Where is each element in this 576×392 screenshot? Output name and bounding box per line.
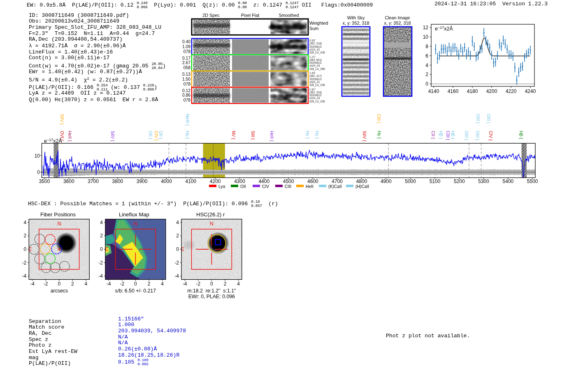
svg-text:-2: -2: [196, 281, 200, 287]
svg-text:3600: 3600: [63, 179, 74, 184]
svg-text:10: 10: [423, 34, 429, 40]
svg-text:(H)CaII: (H)CaII: [355, 184, 369, 189]
svg-text:5000: 5000: [405, 179, 416, 184]
svg-text:-4: -4: [107, 281, 111, 287]
svg-text:N: N: [134, 221, 137, 227]
svg-text:4: 4: [85, 281, 88, 287]
svg-text:4000: 4000: [161, 179, 172, 184]
svg-text:NeIII {: NeIII {: [185, 114, 190, 126]
svg-text:OII: OII: [240, 184, 246, 189]
svg-text:5100: 5100: [430, 179, 441, 184]
svg-text:4220: 4220: [506, 88, 517, 94]
svg-text:4700: 4700: [332, 179, 343, 184]
svg-text:s/b: 6.50 +/- 0.217: s/b: 6.50 +/- 0.217: [115, 288, 156, 294]
svg-text:5200: 5200: [454, 179, 465, 184]
svg-text:SiIV {: SiIV {: [110, 131, 115, 141]
svg-text:Hγ {: Hγ {: [305, 131, 310, 139]
svg-text:CIV {: CIV {: [488, 131, 493, 141]
svg-text:4: 4: [425, 63, 428, 68]
svg-text:4: 4: [176, 220, 179, 225]
svg-text:-2: -2: [98, 260, 103, 266]
svg-text:CIII (: CIII (: [376, 114, 381, 123]
svg-text:-2: -2: [44, 281, 48, 287]
svg-text:10: 10: [35, 153, 40, 159]
svg-text:N: N: [210, 221, 214, 227]
svg-text:4160: 4160: [448, 88, 459, 94]
svg-text:-2: -2: [174, 260, 179, 266]
svg-text:3700: 3700: [88, 179, 99, 184]
svg-text:CIII: CIII: [285, 184, 291, 189]
svg-text:Lyα: Lyα: [218, 184, 225, 189]
svg-text:2: 2: [24, 233, 27, 239]
svg-text:m:18.2 re:1.2" s:1.1": m:18.2 re:1.2" s:1.1": [187, 288, 236, 294]
svg-text:12: 12: [423, 25, 429, 30]
svg-text:OIII {: OIII {: [475, 131, 480, 141]
svg-text:(K)CaII: (K)CaII: [328, 184, 342, 189]
svg-text:OIII (: OIII (: [476, 114, 481, 124]
svg-text:CII {: CII {: [431, 131, 436, 139]
svg-text:0: 0: [37, 169, 40, 175]
svg-text:4100: 4100: [186, 179, 197, 184]
svg-text:CIV {: CIV {: [154, 131, 159, 141]
svg-text:Hγ {: Hγ {: [315, 131, 320, 139]
svg-text:CIV: CIV: [262, 184, 269, 189]
svg-text:4800: 4800: [356, 179, 367, 184]
svg-text:e−17x2Å: e−17x2Å: [435, 26, 453, 32]
svg-text:2: 2: [425, 72, 428, 77]
svg-text:-4: -4: [174, 273, 179, 279]
svg-text:0: 0: [176, 246, 179, 252]
svg-text:NV {: NV {: [231, 131, 236, 140]
svg-text:-4: -4: [22, 273, 27, 279]
svg-text:2: 2: [224, 281, 227, 287]
svg-text:0: 0: [210, 281, 213, 287]
svg-text:4200: 4200: [210, 179, 221, 184]
svg-text:4200: 4200: [486, 88, 497, 94]
svg-text:SiIV {: SiIV {: [362, 131, 367, 141]
svg-text:SiIV {: SiIV {: [60, 114, 65, 125]
svg-text:0: 0: [134, 281, 137, 287]
svg-text:4: 4: [24, 220, 27, 225]
svg-text:-4: -4: [183, 281, 187, 287]
svg-text:Hγ {: Hγ {: [377, 131, 382, 139]
svg-text:2: 2: [148, 281, 151, 287]
svg-text:-2: -2: [22, 260, 27, 266]
svg-text:EWr: 0, PLAE: 0.096: EWr: 0, PLAE: 0.096: [188, 294, 235, 299]
svg-text:5400: 5400: [503, 179, 514, 184]
svg-text:-4: -4: [30, 281, 35, 287]
svg-text:HeII {: HeII {: [269, 131, 274, 141]
svg-text:-4: -4: [98, 273, 103, 279]
svg-text:0: 0: [58, 281, 60, 287]
svg-text:3800: 3800: [112, 179, 123, 184]
svg-text:4500: 4500: [283, 179, 294, 184]
svg-text:4300: 4300: [234, 179, 245, 184]
svg-text:3900: 3900: [137, 179, 148, 184]
svg-text:4: 4: [100, 220, 103, 225]
svg-text:5500: 5500: [527, 179, 538, 184]
svg-text:5300: 5300: [478, 179, 489, 184]
svg-text:OIII {: OIII {: [464, 131, 469, 141]
svg-text:OII {: OII {: [148, 131, 153, 139]
svg-text:e−17x2Å: e−17x2Å: [44, 138, 62, 144]
svg-text:SiII {: SiII {: [251, 131, 255, 140]
svg-text:N: N: [57, 221, 61, 227]
svg-text:4400: 4400: [258, 179, 269, 184]
svg-text:4: 4: [161, 281, 164, 287]
svg-text:Fiber Positions: Fiber Positions: [40, 211, 76, 218]
svg-text:OIII (: OIII (: [486, 114, 491, 124]
svg-text:Lineflux Map: Lineflux Map: [119, 211, 149, 218]
svg-text:8: 8: [425, 44, 428, 49]
svg-text:Hβ {: Hβ {: [519, 131, 524, 139]
svg-text:Hβ {: Hβ {: [451, 131, 455, 139]
svg-text:HeII: HeII: [306, 184, 314, 189]
svg-text:2: 2: [71, 281, 74, 287]
svg-text:Hβ {: Hβ {: [439, 131, 444, 139]
svg-text:6: 6: [425, 53, 428, 59]
svg-text:Hη {: Hη {: [185, 131, 190, 139]
svg-text:4600: 4600: [307, 179, 318, 184]
svg-text:-2: -2: [120, 281, 124, 287]
svg-text:4: 4: [237, 281, 240, 287]
svg-text:0: 0: [100, 246, 103, 252]
svg-text:2: 2: [176, 233, 179, 239]
svg-text:3500: 3500: [39, 179, 50, 184]
svg-text:4900: 4900: [381, 179, 392, 184]
